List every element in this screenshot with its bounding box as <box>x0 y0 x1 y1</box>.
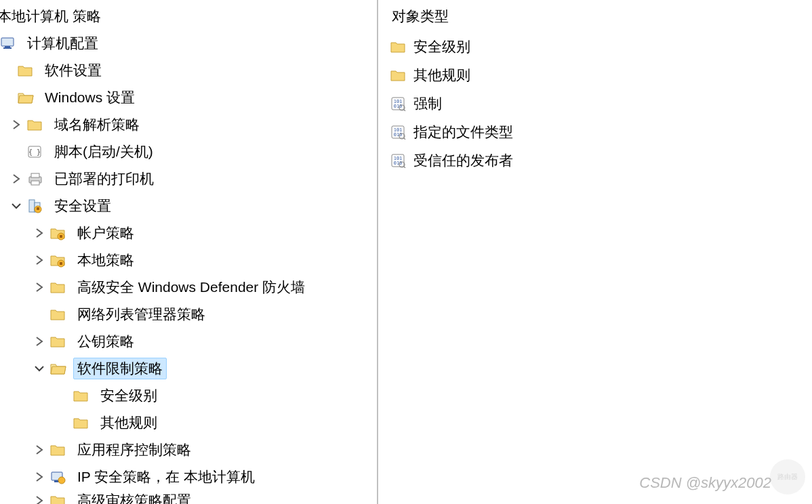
tree-item-software-restriction[interactable]: 软件限制策略 <box>0 355 377 382</box>
column-header-object-type[interactable]: 对象类型 <box>378 3 812 33</box>
folder-icon <box>50 492 66 504</box>
folder-open-icon <box>50 360 66 377</box>
watermark-badge: 路由器 <box>770 459 805 495</box>
tree-label: 高级安全 Windows Defender 防火墙 <box>73 276 309 298</box>
tree-item-ip-security[interactable]: IP 安全策略，在 本地计算机 <box>0 463 377 490</box>
tree-item-root[interactable]: 本地计算机 策略 <box>0 3 377 30</box>
list-item-label: 指定的文件类型 <box>413 123 513 142</box>
list-item[interactable]: 强制 <box>378 89 812 118</box>
list-item-label: 受信任的发布者 <box>413 151 513 170</box>
folder-icon <box>50 279 66 295</box>
tree-label: 本地计算机 策略 <box>0 5 105 27</box>
computer-icon <box>0 35 16 51</box>
chevron-right-icon[interactable] <box>33 226 46 240</box>
tree-item-other-rules[interactable]: 其他规则 <box>0 409 377 436</box>
tree-item-network-list[interactable]: 网络列表管理器策略 <box>0 301 377 328</box>
ip-security-icon <box>50 469 66 485</box>
tree-item-local-policy[interactable]: 本地策略 <box>0 247 377 274</box>
chevron-right-icon[interactable] <box>33 494 46 504</box>
tree-label: 脚本(启动/关机) <box>50 141 157 163</box>
folder-icon <box>27 117 43 133</box>
chevron-down-icon[interactable] <box>9 199 23 213</box>
list-item[interactable]: 其他规则 <box>378 61 812 89</box>
binary-icon <box>390 152 407 169</box>
tree-label: 帐户策略 <box>73 222 138 244</box>
tree-panel: 本地计算机 策略 计算机配置 软件设置 Windows 设置 域名解析策略 脚本… <box>0 0 377 504</box>
chevron-right-icon[interactable] <box>9 172 23 186</box>
tree-item-deployed-printers[interactable]: 已部署的打印机 <box>0 165 377 192</box>
tree-item-security-level[interactable]: 安全级别 <box>0 382 377 409</box>
tree-item-windows-settings[interactable]: Windows 设置 <box>0 84 377 111</box>
tree-item-account-policy[interactable]: 帐户策略 <box>0 219 377 247</box>
watermark-text: CSDN @skyyx2002 <box>639 474 771 492</box>
folder-lock-icon <box>50 225 66 241</box>
tree-item-advanced-audit[interactable]: 高级审核策略配置 <box>0 490 377 504</box>
tree-label: 安全级别 <box>96 385 161 406</box>
tree-item-computer-config[interactable]: 计算机配置 <box>0 30 377 57</box>
tree-label: 安全设置 <box>50 195 115 217</box>
binary-icon <box>390 96 407 112</box>
tree-label: IP 安全策略，在 本地计算机 <box>73 466 259 488</box>
binary-icon <box>390 124 407 140</box>
chevron-right-icon[interactable] <box>33 280 46 294</box>
chevron-right-icon[interactable] <box>33 443 46 457</box>
tree-label: 计算机配置 <box>23 33 102 54</box>
folder-icon <box>50 333 66 350</box>
tree-label: 软件限制策略 <box>73 358 167 379</box>
tree-item-security-settings[interactable]: 安全设置 <box>0 192 377 219</box>
tree-label: 其他规则 <box>96 412 161 434</box>
details-panel: 对象类型 安全级别 其他规则 强制 指定的文件类型 受信任的发布者 <box>378 0 812 504</box>
list-item[interactable]: 指定的文件类型 <box>378 118 812 146</box>
tree-label: 网络列表管理器策略 <box>73 303 209 325</box>
chevron-right-icon[interactable] <box>33 253 46 267</box>
folder-icon <box>18 62 34 79</box>
tree-label: 本地策略 <box>73 249 138 271</box>
tree-item-dns-policy[interactable]: 域名解析策略 <box>0 111 377 138</box>
tree-label: Windows 设置 <box>41 87 139 108</box>
folder-icon <box>390 67 407 83</box>
chevron-right-icon[interactable] <box>9 118 23 131</box>
tree-item-scripts[interactable]: 脚本(启动/关机) <box>0 138 377 165</box>
list-item[interactable]: 受信任的发布者 <box>378 146 812 175</box>
list-item-label: 安全级别 <box>413 37 470 56</box>
tree-label: 高级审核策略配置 <box>73 490 195 504</box>
folder-icon <box>50 442 66 458</box>
security-icon <box>27 198 43 214</box>
folder-icon <box>390 39 407 55</box>
printer-icon <box>27 171 43 187</box>
list-item[interactable]: 安全级别 <box>378 33 812 61</box>
list-item-label: 其他规则 <box>413 66 470 85</box>
list-item-label: 强制 <box>413 94 442 113</box>
tree-label: 应用程序控制策略 <box>73 439 195 461</box>
tree-label: 公钥策略 <box>73 331 138 352</box>
tree-label: 已部署的打印机 <box>50 168 158 190</box>
mmc-window: 本地计算机 策略 计算机配置 软件设置 Windows 设置 域名解析策略 脚本… <box>0 0 812 504</box>
chevron-right-icon[interactable] <box>33 470 46 484</box>
folder-lock-icon <box>50 252 66 268</box>
tree-label: 域名解析策略 <box>50 114 144 135</box>
tree-item-public-key[interactable]: 公钥策略 <box>0 328 377 355</box>
folder-icon <box>73 415 89 431</box>
script-icon <box>27 144 43 160</box>
tree-item-app-control[interactable]: 应用程序控制策略 <box>0 436 377 463</box>
tree-item-software-settings[interactable]: 软件设置 <box>0 57 377 84</box>
folder-icon <box>73 387 89 404</box>
chevron-right-icon[interactable] <box>33 335 46 348</box>
chevron-down-icon[interactable] <box>33 362 46 375</box>
tree-label: 软件设置 <box>41 60 106 81</box>
folder-icon <box>50 306 66 322</box>
tree-item-defender-firewall[interactable]: 高级安全 Windows Defender 防火墙 <box>0 274 377 301</box>
folder-open-icon <box>18 89 34 106</box>
